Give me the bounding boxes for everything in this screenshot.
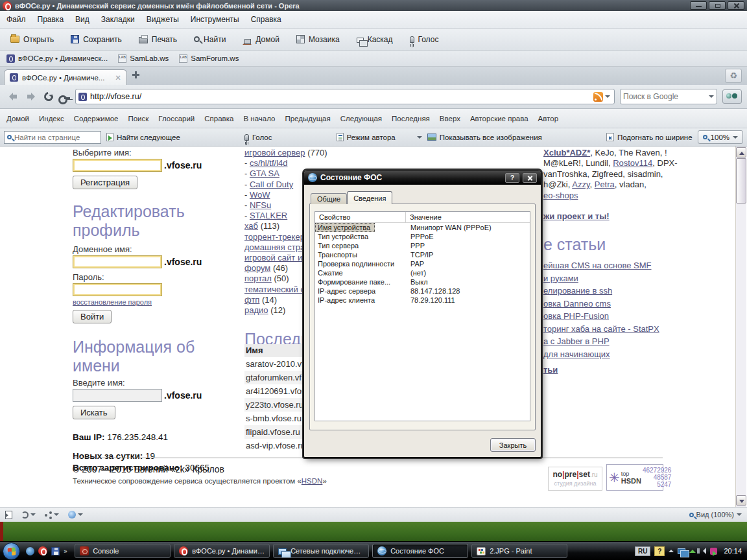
tab-general[interactable]: Общие bbox=[311, 193, 347, 204]
view-zoom-control[interactable]: Вид (100%) bbox=[689, 511, 742, 519]
support-project-link[interactable]: жи проект и ты! bbox=[543, 211, 610, 221]
new-tab-button[interactable] bbox=[132, 71, 149, 84]
article-link[interactable]: а с Jabber в PHP bbox=[543, 336, 735, 346]
close-dialog-button[interactable]: Закрыть bbox=[490, 438, 536, 452]
sitenav-index[interactable]: Индекс bbox=[39, 115, 64, 122]
quick-launch-expand-icon[interactable]: » bbox=[64, 548, 67, 555]
turbo-button[interactable] bbox=[68, 511, 83, 519]
bookmark-vfose[interactable]: вФОСе.ру • Динамическ... bbox=[6, 54, 108, 63]
forward-button[interactable] bbox=[25, 91, 39, 102]
find-next-button[interactable]: Найти следующее bbox=[106, 133, 180, 141]
clock[interactable]: 20:14 bbox=[724, 547, 742, 555]
volume-tray-icon[interactable] bbox=[700, 548, 706, 554]
quick-launch-opera-icon[interactable] bbox=[38, 546, 47, 555]
web-search-input[interactable] bbox=[623, 92, 709, 101]
register-button[interactable]: Регистрация bbox=[73, 176, 137, 189]
sync-button[interactable] bbox=[21, 511, 36, 519]
property-row[interactable]: Тип сервераPPP bbox=[315, 241, 530, 250]
sitenav-next[interactable]: Следующая bbox=[340, 115, 382, 122]
print-button[interactable]: Печать bbox=[134, 32, 182, 47]
page-link[interactable]: хаб bbox=[244, 221, 258, 231]
menu-widgets[interactable]: Виджеты bbox=[147, 15, 179, 24]
sitenav-glossary[interactable]: Глоссарий bbox=[158, 115, 195, 122]
unite-button[interactable] bbox=[45, 511, 59, 519]
address-input[interactable] bbox=[90, 90, 590, 103]
property-row[interactable]: Проверка подлинностиPAP bbox=[315, 259, 530, 268]
restore-button[interactable] bbox=[709, 1, 726, 10]
fit-width-button[interactable]: Подогнать по ширине bbox=[606, 133, 693, 141]
hsdn-top-badge[interactable]: ✳ top HSDN 46272926485875247 bbox=[606, 464, 663, 491]
article-link[interactable]: ейшая CMS на основе SMF bbox=[543, 261, 735, 270]
article-link[interactable]: торинг хаба на сайте - StatPX bbox=[543, 324, 735, 334]
property-row[interactable]: Формирование паке...Выкл bbox=[315, 277, 530, 286]
find-on-page-input[interactable] bbox=[14, 134, 98, 141]
task-network-connections[interactable]: Сетевые подключения bbox=[273, 544, 369, 558]
column-value[interactable]: Значение bbox=[406, 212, 442, 222]
tab-details[interactable]: Сведения bbox=[347, 191, 392, 204]
password-input[interactable] bbox=[73, 283, 162, 296]
property-row[interactable]: IP-адрес сервера88.147.128.128 bbox=[315, 286, 530, 296]
voice-button-findbar[interactable]: Голос bbox=[244, 134, 272, 141]
property-row[interactable]: Имя устройстваМинипорт WAN (PPPoE) bbox=[315, 223, 530, 232]
password-recovery-link[interactable]: восстановление пароля bbox=[73, 298, 152, 306]
user-link[interactable]: Rostov114 bbox=[613, 158, 652, 168]
page-link[interactable]: портал bbox=[244, 274, 272, 283]
page-link[interactable]: тематический с bbox=[244, 285, 305, 294]
task-opera[interactable]: вФОСе.ру • Динамич... bbox=[174, 544, 270, 558]
sitenav-up[interactable]: Вверх bbox=[440, 115, 460, 122]
lookup-button[interactable]: Искать bbox=[73, 406, 115, 419]
page-link[interactable]: радио bbox=[244, 305, 268, 315]
properties-list[interactable]: Свойство Значение Имя устройстваМинипорт… bbox=[314, 211, 530, 421]
wand-password-button[interactable] bbox=[58, 95, 70, 100]
find-button[interactable]: Найти bbox=[189, 32, 231, 47]
find-on-page-field[interactable] bbox=[4, 131, 101, 144]
page-link[interactable]: GTA SA bbox=[250, 169, 279, 178]
page-link[interactable]: форум bbox=[244, 263, 270, 273]
app-tray-icon[interactable] bbox=[710, 548, 717, 555]
chevron-down-icon[interactable] bbox=[709, 95, 714, 100]
sitenav-last[interactable]: Последняя bbox=[392, 115, 430, 122]
quick-launch-save-icon[interactable] bbox=[51, 547, 60, 555]
hide-icons-chevron[interactable] bbox=[669, 547, 674, 552]
scroll-thumb[interactable] bbox=[736, 158, 746, 204]
task-fos-status[interactable]: Состояние ФОС bbox=[372, 544, 468, 558]
user-link[interactable]: Xclub*ADZ* bbox=[543, 148, 590, 158]
voice-button[interactable]: Голос bbox=[405, 32, 444, 47]
web-search-field[interactable] bbox=[620, 89, 717, 104]
article-link[interactable]: для начинающих bbox=[543, 349, 735, 359]
zoom-dropdown[interactable]: 100% bbox=[698, 130, 743, 144]
dialog-close-button[interactable] bbox=[523, 173, 537, 183]
start-button[interactable] bbox=[3, 542, 20, 560]
sitenav-author[interactable]: Автор bbox=[538, 115, 558, 122]
page-link[interactable]: STALKER bbox=[250, 211, 287, 220]
scroll-up-button[interactable] bbox=[736, 147, 746, 158]
user-link[interactable]: Petra bbox=[595, 180, 615, 189]
page-link[interactable]: домашняя стра bbox=[244, 242, 305, 252]
menu-bookmarks[interactable]: Закладки bbox=[101, 15, 135, 24]
save-button[interactable]: Сохранить bbox=[65, 32, 127, 47]
choose-name-input[interactable] bbox=[73, 159, 162, 172]
help-tray-icon[interactable]: ? bbox=[654, 546, 665, 556]
article-link[interactable]: елирование в ssh bbox=[543, 286, 735, 296]
column-property[interactable]: Свойство bbox=[315, 212, 406, 222]
url-field[interactable] bbox=[75, 89, 615, 104]
task-console[interactable]: Console bbox=[75, 544, 171, 558]
bookmark-samlab[interactable]: LABSamLab.ws bbox=[118, 54, 169, 63]
user-link[interactable]: Azzy bbox=[572, 180, 589, 189]
enter-name-input[interactable] bbox=[73, 389, 162, 402]
property-row[interactable]: IP-адрес клиента78.29.120.111 bbox=[315, 296, 530, 305]
minimize-button[interactable] bbox=[690, 1, 707, 10]
panels-toggle-button[interactable] bbox=[5, 511, 12, 519]
menu-help[interactable]: Справка bbox=[251, 15, 281, 24]
rss-button[interactable] bbox=[593, 92, 611, 102]
page-scrollbar[interactable] bbox=[735, 146, 746, 507]
sitenav-home[interactable]: Домой bbox=[6, 115, 29, 122]
bookmark-samforum[interactable]: LABSamForum.ws bbox=[179, 54, 239, 63]
page-link[interactable]: Call of Duty bbox=[250, 180, 293, 189]
back-button[interactable] bbox=[5, 91, 19, 102]
tab-close-icon[interactable]: ✕ bbox=[115, 73, 121, 82]
sitenav-start[interactable]: В начало bbox=[243, 115, 275, 122]
menu-edit[interactable]: Правка bbox=[38, 15, 64, 24]
domain-name-input[interactable] bbox=[73, 255, 162, 268]
language-indicator[interactable]: RU bbox=[635, 546, 650, 556]
